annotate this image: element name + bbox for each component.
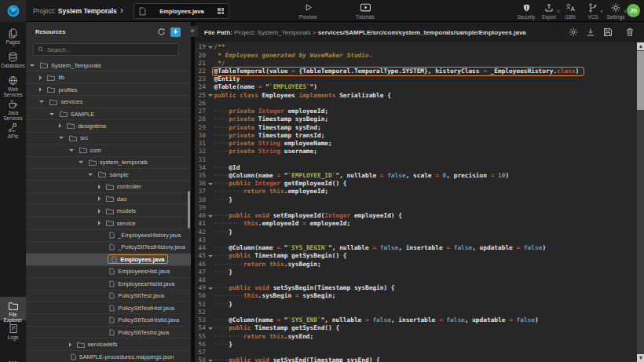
rail-item-java-services[interactable]: Java Services: [0, 99, 26, 121]
caret-down-icon[interactable]: [59, 137, 64, 139]
code-line-45[interactable]: 45····public Timestamp getSysBegin() {: [195, 252, 637, 260]
fold-arrow-icon[interactable]: [208, 327, 213, 330]
code-line-29[interactable]: 29····private Timestamp sysEnd;: [195, 124, 637, 132]
grid-icon[interactable]: [218, 8, 224, 14]
caret-down-icon[interactable]: [49, 113, 54, 115]
tree-item-employees-java[interactable]: Employees.java: [26, 254, 191, 265]
code-line-19[interactable]: 19/**: [195, 43, 637, 51]
code-line-53[interactable]: 53····@Column(name = "`SYS_END`", nullab…: [195, 316, 637, 324]
code-line-40[interactable]: 40····public void setEmployeeId(Integer …: [195, 212, 637, 220]
code-line-38[interactable]: 38····}: [195, 196, 637, 204]
code-line-27[interactable]: 27····private Integer employeeId;: [195, 108, 637, 115]
tree-item-controller[interactable]: controller: [26, 181, 191, 193]
tutorials-button[interactable]: Tutorials: [343, 2, 387, 20]
fold-arrow-icon[interactable]: [208, 360, 213, 362]
code-line-32[interactable]: 32····private String username;: [195, 148, 637, 155]
code-line-52[interactable]: 52: [195, 309, 637, 316]
code-line-26[interactable]: 26: [195, 100, 637, 108]
refresh-icon[interactable]: [157, 27, 166, 36]
caret-right-icon[interactable]: [98, 196, 101, 201]
fold-arrow-icon[interactable]: [208, 183, 213, 185]
download-icon[interactable]: [586, 27, 595, 37]
preview-button[interactable]: Preview: [286, 2, 330, 20]
tree-item-policystttestid-java[interactable]: PolicySttTestId.java: [26, 327, 191, 338]
code-line-24[interactable]: 24@Table(name = "`EMPLOYEES`"): [195, 83, 637, 91]
code-line-44[interactable]: 44····@Column(name = "`SYS_BEGIN`", null…: [195, 244, 637, 252]
caret-right-icon[interactable]: [59, 123, 61, 128]
code-line-43[interactable]: 43: [195, 236, 637, 244]
delete-icon[interactable]: [625, 27, 635, 37]
code-line-49[interactable]: 49····public void setSysBegin(Timestamp …: [195, 284, 637, 292]
code-line-55[interactable]: 55········return this.sysEnd;: [195, 333, 637, 341]
code-line-23[interactable]: 23@Entity: [195, 75, 637, 83]
code-line-39[interactable]: 39: [195, 204, 637, 212]
code-line-37[interactable]: 37········return this.employeeId;: [195, 188, 637, 196]
rail-item-logs[interactable]: Logs: [0, 324, 26, 340]
fold-arrow-icon[interactable]: [208, 46, 213, 49]
scroll-down-arrow[interactable]: [637, 354, 644, 362]
editor-settings-gear-icon[interactable]: [569, 27, 578, 37]
code-line-31[interactable]: 31····private String employeeName;: [195, 140, 637, 148]
code-line-51[interactable]: 51····}: [195, 301, 637, 309]
code-line-36[interactable]: 36····public Integer getEmployeeId() {: [195, 180, 637, 188]
code-line-48[interactable]: 48: [195, 276, 637, 284]
tree-item-service[interactable]: service: [26, 218, 191, 229]
code-editor[interactable]: 19/**20 * Employees generated by WaveMak…: [195, 42, 637, 362]
rail-item-pages[interactable]: Pages: [0, 28, 26, 45]
code-line-25[interactable]: 25public class Employees implements Seri…: [195, 92, 637, 100]
scroll-up-arrow[interactable]: [637, 42, 644, 50]
fold-arrow-icon[interactable]: [208, 255, 213, 258]
tree-item-com[interactable]: com: [26, 144, 191, 156]
tree-item-system-temporals[interactable]: System_Temporals: [26, 60, 191, 71]
caret-right-icon[interactable]: [98, 209, 101, 214]
fold-arrow-icon[interactable]: [208, 215, 213, 218]
caret-down-icon[interactable]: [39, 101, 44, 103]
search-input[interactable]: Search...: [33, 43, 179, 56]
caret-right-icon[interactable]: [39, 87, 42, 92]
code-line-57[interactable]: 57: [195, 349, 637, 357]
tree-item--employeeshistory-java[interactable]: _EmployeesHistory.java: [26, 229, 191, 241]
caret-down-icon[interactable]: [30, 64, 35, 67]
caret-right-icon[interactable]: [98, 221, 101, 225]
tree-item-profiles[interactable]: profiles: [26, 84, 191, 96]
tree-item-employeeshist-java[interactable]: EmployeesHist.java: [26, 266, 191, 278]
code-line-54[interactable]: 54····public Timestamp getSysEnd() {: [195, 324, 637, 332]
tree-item-sample[interactable]: SAMPLE: [26, 108, 191, 120]
rail-item-databases[interactable]: Databases: [0, 52, 26, 68]
tree-item--policystttesthistory-java[interactable]: _PolicySttTestHistory.java: [26, 242, 191, 254]
user-avatar[interactable]: JS: [627, 4, 640, 17]
save-icon[interactable]: [603, 27, 613, 37]
tree-item-services[interactable]: services: [26, 96, 191, 108]
tree-item-src[interactable]: src: [26, 133, 191, 144]
code-line-58[interactable]: 58····public void setSysEnd(Timestamp sy…: [195, 357, 637, 362]
scrollbar-thumb[interactable]: [637, 51, 644, 110]
rail-item-apis[interactable]: APIs: [0, 122, 26, 139]
code-line-35[interactable]: 35····@Column(name = "`EMPLOYEE_ID`", nu…: [195, 172, 637, 180]
tree-item-models[interactable]: models: [26, 205, 191, 217]
collapse-panel-button[interactable]: «: [187, 26, 198, 37]
code-line-33[interactable]: 33: [195, 156, 637, 164]
caret-right-icon[interactable]: [69, 342, 71, 347]
code-line-28[interactable]: 28····private Timestamp sysBegin;: [195, 115, 637, 123]
code-line-34[interactable]: 34····@Id: [195, 164, 637, 172]
code-line-50[interactable]: 50········this.sysBegin = sysBegin;: [195, 292, 637, 300]
code-line-42[interactable]: 42····}: [195, 229, 637, 236]
code-line-21[interactable]: 21 */: [195, 60, 637, 68]
code-line-56[interactable]: 56····}: [195, 341, 637, 349]
tree-item-servicedefs[interactable]: servicedefs: [26, 338, 191, 350]
tree-item-policystttest-java[interactable]: PolicySttTest.java: [26, 291, 191, 302]
code-line-47[interactable]: 47····}: [195, 269, 637, 276]
add-resource-button[interactable]: +: [170, 27, 181, 37]
tree-scrollbar[interactable]: [188, 191, 190, 229]
fold-arrow-icon[interactable]: [208, 94, 213, 97]
code-line-22[interactable]: 22@TableTemporal(value = {TableTemporal.…: [195, 68, 637, 75]
tree-item-sample-procedures-mappings-json[interactable]: SAMPLE-procedures.mappings.json: [26, 351, 191, 362]
tree-item-dao[interactable]: dao: [26, 193, 191, 205]
fold-arrow-icon[interactable]: [208, 287, 213, 290]
tree-item-designtime[interactable]: designtime: [26, 120, 191, 132]
tree-item-lib[interactable]: lib: [26, 71, 191, 83]
code-line-20[interactable]: 20 * Employees generated by WaveMaker St…: [195, 52, 637, 60]
tree-item-policystttesthistid-java[interactable]: PolicySttTestHistId.java: [26, 314, 191, 326]
caret-right-icon[interactable]: [39, 75, 42, 80]
code-line-30[interactable]: 30····private Timestamp transId;: [195, 132, 637, 140]
